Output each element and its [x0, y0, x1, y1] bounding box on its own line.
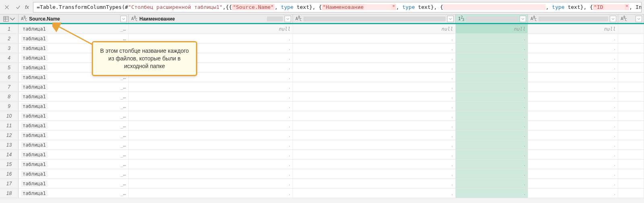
cell-col-2[interactable]: . [129, 121, 293, 130]
cell-source-name[interactable]: таблица1_… [19, 92, 129, 101]
cell-col-2[interactable]: . [129, 111, 293, 120]
cell-col-6[interactable] [618, 140, 644, 149]
cell-col-4[interactable]: . [456, 102, 528, 111]
cell-col-4[interactable]: . [456, 53, 528, 62]
column-header-0[interactable]: ABC Source.Name [19, 14, 129, 23]
cell-col-5[interactable]: . [528, 72, 618, 82]
cell-col-2[interactable]: . [129, 188, 293, 198]
column-filter-button[interactable] [520, 16, 526, 22]
cell-col-6[interactable] [618, 188, 644, 198]
row-number[interactable]: 3 [0, 44, 19, 53]
cell-col-6[interactable] [618, 121, 644, 130]
cell-col-5[interactable]: . [528, 44, 618, 53]
cell-col-3[interactable]: . [293, 130, 456, 140]
cell-col-6[interactable] [618, 160, 644, 169]
cell-col-2[interactable]: . [129, 150, 293, 159]
cell-col-6[interactable] [618, 53, 644, 62]
cell-col-6[interactable] [618, 24, 644, 33]
cell-col-5[interactable]: . [528, 150, 618, 159]
cell-col-3[interactable]: . [293, 82, 456, 91]
cell-col-5[interactable]: . [528, 130, 618, 140]
column-filter-button[interactable] [610, 16, 616, 22]
cell-col-2[interactable]: . [129, 179, 293, 188]
cell-source-name[interactable]: таблица1_… [19, 102, 129, 111]
cell-col-5[interactable]: . [528, 160, 618, 169]
row-number[interactable]: 7 [0, 82, 19, 91]
cell-col-4[interactable]: . [456, 34, 528, 43]
row-number[interactable]: 4 [0, 53, 19, 62]
cell-col-5[interactable]: . [528, 188, 618, 198]
cell-col-5[interactable]: . [528, 111, 618, 120]
cell-col-4[interactable]: . [456, 150, 528, 159]
cell-col-3[interactable]: . [293, 179, 456, 188]
column-header-1[interactable]: ABC Наименование [129, 14, 293, 23]
row-number[interactable]: 8 [0, 92, 19, 101]
cell-col-4[interactable]: . [456, 72, 528, 82]
cell-col-6[interactable] [618, 111, 644, 120]
cell-col-4[interactable]: . [456, 92, 528, 101]
cell-col-4[interactable]: . [456, 82, 528, 91]
cell-col-3[interactable]: . [293, 188, 456, 198]
cell-col-4[interactable]: . [456, 169, 528, 178]
cell-col-3[interactable]: . [293, 92, 456, 101]
cell-col-2[interactable]: null [129, 24, 293, 33]
row-number[interactable]: 14 [0, 150, 19, 159]
row-number[interactable]: 10 [0, 111, 19, 120]
cell-col-4[interactable]: . [456, 130, 528, 140]
cell-col-6[interactable] [618, 150, 644, 159]
cell-col-3[interactable]: . [293, 102, 456, 111]
row-number[interactable]: 12 [0, 130, 19, 140]
cell-col-6[interactable] [618, 102, 644, 111]
cell-col-6[interactable] [618, 82, 644, 91]
row-number[interactable]: 18 [0, 188, 19, 198]
cell-col-3[interactable]: . [293, 111, 456, 120]
cell-col-6[interactable] [618, 72, 644, 82]
row-number[interactable]: 11 [0, 121, 19, 130]
cell-col-5[interactable]: . [528, 169, 618, 178]
cell-col-5[interactable]: . [528, 63, 618, 72]
cell-col-3[interactable]: . [293, 169, 456, 178]
cell-source-name[interactable]: таблица1_… [19, 179, 129, 188]
row-number[interactable]: 16 [0, 169, 19, 178]
cell-col-3[interactable]: . [293, 34, 456, 43]
column-header-2[interactable]: ABC [293, 14, 456, 23]
cell-col-3[interactable]: . [293, 150, 456, 159]
cell-col-4[interactable]: . [456, 140, 528, 149]
cell-col-3[interactable]: . [293, 44, 456, 53]
cell-col-3[interactable]: null [293, 24, 456, 33]
row-number[interactable]: 1 [0, 24, 19, 33]
column-filter-button[interactable] [636, 16, 642, 22]
cell-source-name[interactable]: таблица1_… [19, 130, 129, 140]
cell-source-name[interactable]: таблица1_… [19, 24, 129, 33]
cell-col-5[interactable]: . [528, 53, 618, 62]
cell-col-5[interactable]: . [528, 140, 618, 149]
confirm-formula-button[interactable] [14, 3, 23, 12]
cell-col-4[interactable]: null [456, 24, 528, 33]
cell-col-4[interactable]: . [456, 179, 528, 188]
row-number[interactable]: 6 [0, 72, 19, 82]
column-header-4[interactable]: ABC [528, 14, 618, 23]
cell-col-5[interactable]: null [528, 24, 618, 33]
cell-source-name[interactable]: таблица1_… [19, 150, 129, 159]
formula-input[interactable]: = Table.TransformColumnTypes(#"Столбец р… [33, 2, 642, 12]
row-number[interactable]: 5 [0, 63, 19, 72]
cell-col-5[interactable]: . [528, 121, 618, 130]
cell-col-2[interactable]: . [129, 82, 293, 91]
column-header-3[interactable]: 123 [456, 14, 528, 23]
cancel-formula-button[interactable] [2, 3, 11, 12]
row-number[interactable]: 9 [0, 102, 19, 111]
column-filter-button[interactable] [285, 16, 291, 22]
cell-col-4[interactable]: . [456, 44, 528, 53]
cell-col-5[interactable]: . [528, 102, 618, 111]
cell-col-2[interactable]: . [129, 92, 293, 101]
cell-col-2[interactable]: . [129, 160, 293, 169]
cell-col-2[interactable]: . [129, 169, 293, 178]
cell-col-5[interactable]: . [528, 179, 618, 188]
cell-col-6[interactable] [618, 130, 644, 140]
cell-source-name[interactable]: таблица1_… [19, 82, 129, 91]
cell-source-name[interactable]: таблица1_… [19, 169, 129, 178]
column-header-5[interactable]: ABC [618, 14, 644, 23]
cell-col-3[interactable]: . [293, 140, 456, 149]
cell-col-4[interactable]: . [456, 188, 528, 198]
cell-col-2[interactable]: . [129, 130, 293, 140]
